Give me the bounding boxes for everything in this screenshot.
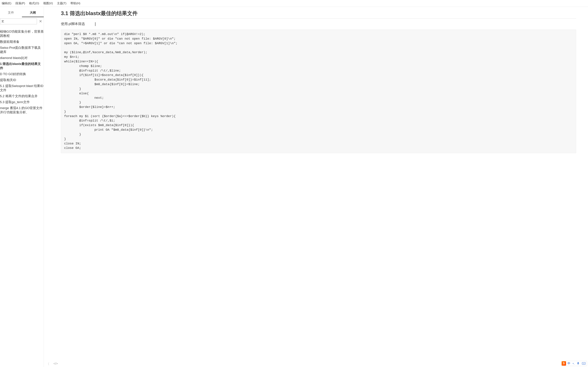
outline-item[interactable]: 5.3 提取go_term文件 [0, 99, 44, 105]
outline-item[interactable]: 5.1 提取Swissprot blast 结果ID文件 [0, 83, 44, 93]
bottom-bar: 〈 </> [46, 362, 58, 366]
outline-list: 植物GO功能富集分析，背景基因教程数据前期准备Swiss-Prot蛋白数据库下载… [0, 26, 44, 367]
outline-item[interactable]: 数据前期准备 [0, 39, 44, 45]
menubar: 编辑(E) 段落(P) 格式(O) 视图(V) 主题(T) 帮助(H) [0, 0, 588, 7]
sidebar: 文件 大纲 ✕ 植物GO功能富集分析，背景基因教程数据前期准备Swiss-Pro… [0, 7, 44, 367]
ime-logo-icon[interactable]: S [562, 361, 566, 366]
content-area[interactable]: 3.1 筛选出blastx最佳的结果文件 使用.pl脚本筛选 die "perl… [44, 7, 588, 367]
menu-edit[interactable]: 编辑(E) [1, 1, 12, 6]
menu-theme[interactable]: 主题(T) [56, 1, 68, 6]
outline-item[interactable]: 植物GO功能富集分析，背景基因教程 [0, 29, 44, 39]
outline-item[interactable]: D TO GO好的转换 [0, 71, 44, 77]
tab-file[interactable]: 文件 [0, 9, 22, 17]
ime-bar: S 中 •, [561, 361, 587, 366]
close-icon[interactable]: ✕ [38, 19, 43, 24]
outline-item[interactable]: diamond blastx比对 [0, 55, 44, 61]
outline-item[interactable]: merge 番茄4.1 的GO背景文件并行功能富集分析、 [0, 105, 44, 115]
mic-icon[interactable] [576, 362, 580, 365]
ime-lang[interactable]: 中 [567, 361, 571, 366]
back-icon[interactable]: 〈 [46, 362, 49, 366]
tab-outline[interactable]: 大纲 [22, 9, 44, 17]
svg-rect-0 [578, 362, 579, 364]
search-row: ✕ [0, 17, 44, 26]
menu-paragraph[interactable]: 段落(P) [15, 1, 26, 6]
sidebar-tabs: 文件 大纲 [0, 7, 44, 17]
ime-punct[interactable]: •, [572, 362, 575, 365]
code-toggle-icon[interactable]: </> [53, 362, 58, 366]
search-input[interactable] [0, 18, 37, 24]
outline-item[interactable]: 5.2 将两个文件的结果合并 [0, 93, 44, 99]
code-block[interactable]: die "perl $0 *.m8 *.m8.out\n" if(@ARGV!=… [61, 30, 576, 153]
outline-item[interactable]: Swiss-Prot蛋白数据库下载及建库 [0, 45, 44, 55]
main-container: 文件 大纲 ✕ 植物GO功能富集分析，背景基因教程数据前期准备Swiss-Pro… [0, 7, 588, 367]
menu-help[interactable]: 帮助(H) [69, 1, 81, 6]
keyboard-icon[interactable] [581, 362, 587, 365]
text-cursor [95, 22, 95, 26]
heading: 3.1 筛选出blastx最佳的结果文件 [61, 10, 576, 18]
outline-item[interactable]: 1 筛选出blastx最佳的结果文件 [0, 61, 44, 71]
svg-rect-2 [582, 362, 585, 365]
menu-format[interactable]: 格式(O) [28, 1, 40, 6]
outline-item[interactable]: 提取相关ID [0, 77, 44, 83]
menu-view[interactable]: 视图(V) [42, 1, 54, 6]
paragraph: 使用.pl脚本筛选 [61, 22, 576, 26]
